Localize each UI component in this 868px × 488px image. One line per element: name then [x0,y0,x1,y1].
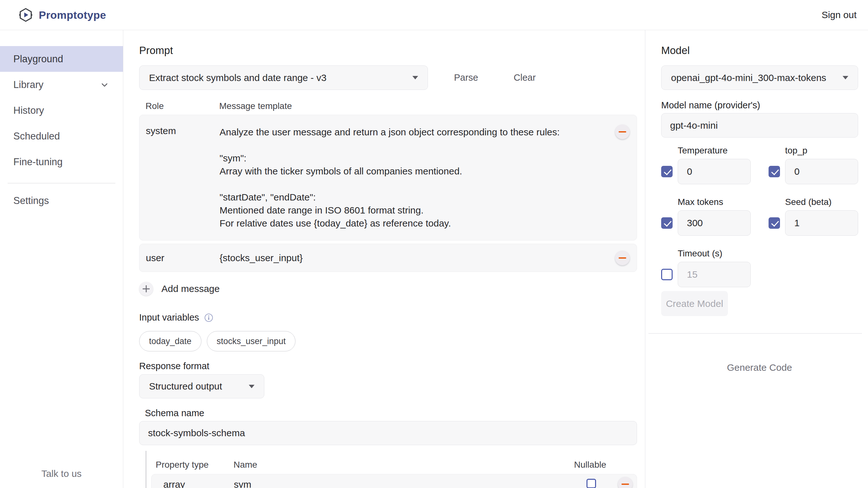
message-role: system [146,125,220,230]
chip-today-date[interactable]: today_date [139,331,202,352]
sidebar-item-scheduled[interactable]: Scheduled [0,123,123,149]
role-header: Role [146,101,219,111]
prompt-select[interactable]: Extract stock symbols and date range - v… [139,65,428,90]
param-timeout: Timeout (s) [661,248,751,287]
add-message[interactable]: Add message [139,282,637,296]
sign-out-button[interactable]: Sign out [822,9,857,20]
add-message-label: Add message [161,283,220,294]
model-select-value: openai_gpt-4o-mini_300-max-tokens [671,72,826,83]
message-role: user [146,252,220,264]
param-temperature: Temperature [661,146,751,184]
schema-properties-section: Property type Name Nullable array sym [146,451,637,488]
prompt-title: Prompt [139,44,637,57]
create-model-button[interactable]: Create Model [661,291,728,316]
message-line: Analyze the user message and return a js… [220,125,609,139]
dropdown-caret-icon [412,76,418,80]
message-line [220,178,609,191]
schema-name-label: Schema name [139,408,637,419]
seed-input[interactable] [785,210,858,236]
message-line: "startDate", "endDate": [220,191,609,204]
sidebar-item-label: Playground [13,53,63,65]
nullable-header: Nullable [574,460,606,470]
brand-name: Promptotype [39,9,106,21]
timeout-input[interactable] [678,262,751,287]
message-line: For relative dates use {today_date} as r… [220,217,609,230]
property-name-header: Name [234,460,574,470]
model-name-label: Model name (provider's) [661,100,858,111]
sidebar-item-label: Scheduled [13,130,60,142]
sidebar-item-label: Settings [13,195,49,207]
property-type-header: Property type [156,460,234,470]
generate-code-button[interactable]: Generate Code [661,362,858,373]
remove-property-button[interactable] [618,477,632,488]
sidebar-item-fine-tuning[interactable]: Fine-tuning [0,149,123,175]
brand[interactable]: Promptotype [19,8,106,22]
chip-stocks-user-input[interactable]: stocks_user_input [207,331,296,352]
chevron-down-icon [100,81,109,89]
model-params: Temperature top_p Max tokens [661,146,858,287]
seed-label: Seed (beta) [785,197,858,208]
top-p-label: top_p [785,146,858,156]
panel-divider [648,333,862,334]
model-name-input[interactable] [661,113,858,138]
sidebar: Playground Library History Scheduled Fin… [0,30,123,488]
brand-logo-icon [19,8,33,22]
param-max-tokens: Max tokens [661,197,751,236]
response-format-select[interactable]: Structured output [139,374,264,398]
max-tokens-input[interactable] [678,210,751,236]
property-name-value[interactable]: sym [234,478,628,488]
app-root: Promptotype Sign out Playground Library … [0,0,868,488]
sidebar-item-playground[interactable]: Playground [0,46,123,72]
model-title: Model [661,44,858,57]
parse-button[interactable]: Parse [454,72,478,83]
temperature-input[interactable] [678,159,751,184]
timeout-checkbox[interactable] [661,269,673,280]
playground-main: Prompt Extract stock symbols and date ra… [124,30,645,488]
input-variable-chips: today_date stocks_user_input [139,331,637,352]
sidebar-item-label: Library [13,79,43,91]
temperature-label: Temperature [678,146,751,156]
message-line: Mentioned date range in ISO 8601 format … [220,204,609,217]
message-table-headers: Role Message template [139,101,637,111]
timeout-label: Timeout (s) [678,248,751,259]
message-line [220,139,609,152]
top-p-input[interactable] [785,159,858,184]
param-top-p: top_p [769,146,858,184]
sidebar-item-history[interactable]: History [0,97,123,123]
param-seed: Seed (beta) [769,197,858,236]
sidebar-divider [8,183,115,183]
seed-checkbox[interactable] [769,217,780,229]
message-line: Array with the ticker symbols of all com… [220,164,609,178]
input-variables-label: Input variables [139,312,199,323]
model-panel: Model openai_gpt-4o-mini_300-max-tokens … [645,30,868,488]
property-type-value[interactable]: array [163,478,234,488]
message-line: "sym": [220,152,609,164]
sidebar-item-label: Fine-tuning [13,156,63,168]
nullable-checkbox[interactable] [587,479,596,488]
clear-button[interactable]: Clear [514,72,536,83]
schema-name-input[interactable] [139,421,637,445]
top-p-checkbox[interactable] [769,166,780,177]
message-row-system[interactable]: system Analyze the user message and retu… [139,115,637,241]
message-row-user[interactable]: user {stocks_user_input} [139,244,637,272]
remove-message-button[interactable] [615,251,630,265]
max-tokens-checkbox[interactable] [661,217,673,229]
remove-message-button[interactable] [615,125,630,139]
message-template-text[interactable]: Analyze the user message and return a js… [220,125,609,230]
property-row[interactable]: array sym [151,474,637,488]
sidebar-item-library[interactable]: Library [0,72,123,97]
model-select[interactable]: openai_gpt-4o-mini_300-max-tokens [661,65,858,90]
sidebar-item-settings[interactable]: Settings [0,188,123,214]
prompt-select-value: Extract stock symbols and date range - v… [149,72,327,83]
message-template-text[interactable]: {stocks_user_input} [220,251,609,264]
dropdown-caret-icon [843,76,848,80]
plus-icon[interactable] [139,282,153,296]
dropdown-caret-icon [249,385,254,388]
talk-to-us-link[interactable]: Talk to us [0,468,123,479]
max-tokens-label: Max tokens [678,197,751,208]
template-header: Message template [219,101,292,111]
temperature-checkbox[interactable] [661,166,673,177]
message-line: {stocks_user_input} [220,251,609,264]
response-format-label: Response format [139,361,637,371]
info-icon[interactable] [204,313,213,322]
